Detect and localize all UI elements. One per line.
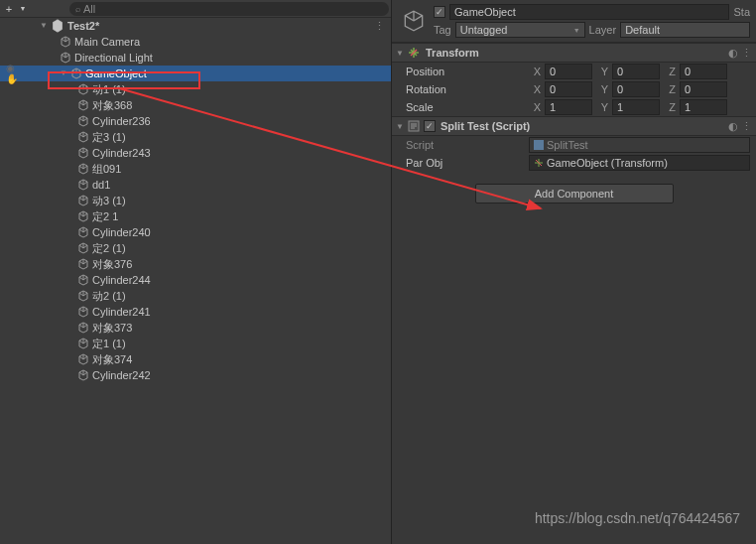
z-field[interactable] (680, 81, 727, 97)
hierarchy-item[interactable]: Cylinder243 (0, 145, 391, 161)
create-dropdown[interactable]: ▼ (16, 2, 30, 16)
z-field[interactable] (680, 99, 727, 115)
property-label: Position (406, 66, 525, 77)
transform-title: Transform (426, 47, 725, 59)
visibility-toggle[interactable]: ◉ ✋ (6, 63, 26, 84)
hierarchy-item[interactable]: 定2 1 (0, 208, 391, 224)
add-component-button[interactable]: Add Component (475, 184, 674, 204)
script-property-row: Script SplitTest (392, 136, 756, 154)
hierarchy-item[interactable]: 对象373 (0, 320, 391, 336)
active-checkbox[interactable]: ✓ (434, 6, 445, 18)
x-field[interactable] (545, 99, 592, 115)
hierarchy-item[interactable]: 对象374 (0, 351, 391, 367)
z-label: Z (664, 66, 676, 77)
transform-icon (534, 158, 544, 168)
z-label: Z (664, 83, 676, 95)
hierarchy-item[interactable]: Cylinder244 (0, 272, 391, 288)
transform-property-row: PositionXYZ (392, 63, 756, 80)
object-name-field[interactable] (449, 4, 729, 20)
transform-property-row: RotationXYZ (392, 80, 756, 98)
y-field[interactable] (612, 81, 660, 97)
hierarchy-item[interactable]: 定2 (1) (0, 240, 391, 256)
search-input[interactable]: ⌕ All (69, 2, 389, 16)
item-label: 定3 (1) (92, 130, 126, 145)
hierarchy-item[interactable]: 动1 (1) (0, 81, 391, 97)
cube-icon (77, 195, 89, 206)
item-label: 对象373 (92, 321, 132, 336)
item-label: 动1 (1) (92, 82, 126, 97)
tag-dropdown[interactable]: Untagged ▼ (455, 22, 585, 38)
search-placeholder: All (83, 3, 95, 15)
hierarchy-item[interactable]: 对象376 (0, 256, 391, 272)
item-label: Directional Light (74, 52, 153, 64)
z-field[interactable] (680, 64, 727, 79)
y-label: Y (596, 83, 608, 95)
hierarchy-item[interactable]: Cylinder242 (0, 367, 391, 383)
x-label: X (529, 83, 541, 95)
script-icon (407, 119, 421, 133)
cube-icon (77, 242, 89, 254)
foldout-icon[interactable]: ▼ (396, 122, 404, 131)
hierarchy-item[interactable]: 组091 (0, 161, 391, 177)
hierarchy-panel: + ▼ ⌕ All ▼ Test2* ⋮ Main CameraDirectio… (0, 0, 392, 544)
hierarchy-item[interactable]: 对象368 (0, 97, 391, 113)
hierarchy-item[interactable]: 定1 (1) (0, 336, 391, 351)
gameobject-icon[interactable] (398, 5, 430, 37)
scene-row[interactable]: ▼ Test2* ⋮ (0, 18, 391, 34)
item-label: Cylinder241 (92, 306, 151, 318)
cube-icon (77, 99, 89, 111)
parobj-field[interactable]: GameObject (Transform) (529, 155, 750, 171)
hierarchy-item[interactable]: Cylinder240 (0, 224, 391, 240)
hierarchy-item[interactable]: Main Camera (0, 34, 391, 50)
cube-icon (77, 115, 89, 127)
component-menu[interactable]: ◐ ⋮ (728, 120, 752, 133)
parobj-property-row: Par Obj GameObject (Transform) (392, 154, 756, 172)
hierarchy-item[interactable]: Cylinder241 (0, 304, 391, 320)
layer-dropdown[interactable]: Default (620, 22, 750, 38)
cube-icon (77, 163, 89, 175)
cube-icon (60, 52, 71, 64)
chevron-down-icon: ▼ (573, 27, 580, 34)
component-menu[interactable]: ◐ ⋮ (728, 47, 752, 60)
transform-component-header[interactable]: ▼ Transform ◐ ⋮ (392, 43, 756, 63)
hierarchy-item[interactable]: Cylinder236 (0, 113, 391, 129)
x-field[interactable] (545, 81, 592, 97)
item-label: Main Camera (74, 36, 140, 48)
transform-icon (407, 46, 421, 60)
y-field[interactable] (612, 99, 660, 115)
item-label: 定1 (1) (92, 337, 126, 351)
hierarchy-item[interactable]: Directional Light (0, 50, 391, 66)
cube-icon (60, 36, 71, 48)
cube-icon (77, 290, 89, 302)
hierarchy-item[interactable]: 动3 (1) (0, 193, 391, 208)
x-field[interactable] (545, 64, 592, 79)
cube-icon (77, 131, 89, 143)
hierarchy-item[interactable]: dd1 (0, 177, 391, 193)
item-label: 对象368 (92, 98, 132, 113)
hierarchy-item[interactable]: ◉ ✋▼GameObject (0, 66, 391, 81)
hierarchy-item[interactable]: 动2 (1) (0, 288, 391, 304)
foldout-icon[interactable]: ▼ (60, 68, 69, 78)
menu-icon[interactable]: ⋮ (374, 20, 385, 33)
hierarchy-tree[interactable]: ▼ Test2* ⋮ Main CameraDirectional Light◉… (0, 18, 391, 544)
script-label: Script (406, 139, 525, 151)
item-label: Cylinder242 (92, 369, 151, 381)
script-component-header[interactable]: ▼ ✓ Split Test (Script) ◐ ⋮ (392, 116, 756, 136)
cube-icon (77, 258, 89, 270)
item-label: Cylinder236 (92, 115, 151, 127)
script-field: SplitTest (529, 137, 750, 153)
inspector-panel: ✓ Sta Tag Untagged ▼ Layer Default (392, 0, 756, 544)
foldout-icon[interactable]: ▼ (396, 49, 404, 58)
y-field[interactable] (612, 64, 660, 79)
y-label: Y (596, 66, 608, 77)
tag-label: Tag (434, 24, 451, 36)
cube-icon (77, 322, 89, 334)
component-enabled-checkbox[interactable]: ✓ (424, 120, 436, 132)
cube-icon (77, 210, 89, 222)
unity-icon (51, 19, 64, 33)
foldout-icon[interactable]: ▼ (40, 21, 50, 31)
create-button[interactable]: + (2, 2, 16, 16)
hierarchy-item[interactable]: 定3 (1) (0, 129, 391, 145)
x-label: X (529, 101, 541, 113)
static-label: Sta (733, 6, 750, 18)
